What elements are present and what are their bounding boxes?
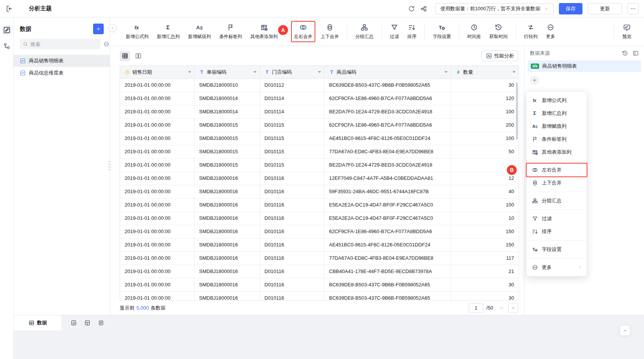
menu-item-merge-tb[interactable]: 上下合并 (527, 176, 587, 189)
pagination: /50 (469, 303, 518, 313)
datasource-header-icons (622, 50, 639, 56)
cell: 150 (451, 238, 519, 251)
cell: D010116 (260, 252, 324, 265)
sidebar-table-label: 商品销售明细表 (29, 57, 63, 64)
grid-view-toggle[interactable] (120, 51, 130, 61)
menu-item-assign[interactable]: A新增赋值列 (527, 120, 587, 133)
field-type-text-icon: T (329, 70, 334, 75)
search-input[interactable] (30, 41, 97, 47)
cell: 200 (451, 119, 519, 132)
page-up-icon[interactable] (498, 305, 505, 311)
toolbar-item-label: 上下合并 (321, 33, 339, 40)
menu-item-label: 其他表添加列 (542, 149, 571, 156)
column-header-5[interactable]: #数量 (451, 66, 519, 78)
toolbar-item-label: 其他表添加列 (250, 33, 278, 40)
assign-icon: A (196, 23, 203, 32)
toolbar-item-transpose[interactable]: 行转列 (521, 21, 541, 42)
toolbar-item-group[interactable]: 分组汇总 (352, 21, 377, 42)
sidebar-table-item[interactable]: 商品信息维度表 (14, 67, 110, 79)
toolbar-item-filter[interactable]: 过滤 (387, 21, 402, 42)
column-header-2[interactable]: T单据编码 (195, 66, 260, 78)
tag-icon (227, 23, 234, 32)
cell: D010112 (260, 79, 324, 92)
collapse-sidebar-button[interactable] (109, 24, 116, 32)
toolbar-item-field[interactable]: T字段设置 (430, 21, 454, 42)
menu-item-table-add[interactable]: 其他表添加列 (527, 146, 587, 159)
plus-icon (532, 78, 537, 83)
toolbar-item-table-add[interactable]: 其他表添加列 (247, 21, 281, 42)
edit-rail-icon[interactable] (2, 25, 12, 35)
toolbar-item-sort[interactable]: 排序 (404, 21, 419, 42)
sidebar-table-item[interactable]: 商品销售明细表 (14, 55, 110, 67)
table-row: 2019-01-01 00:00:00SMDBJ18000016D010116B… (120, 278, 519, 292)
expand-bottom-panel-button[interactable] (620, 325, 630, 336)
performance-analysis-button[interactable]: 性能分析 (482, 51, 518, 61)
update-button[interactable]: 更新 (588, 3, 622, 14)
datasource-item[interactable]: xls 商品销售明细表 (528, 60, 641, 72)
menu-item-merge-lr[interactable]: 左右合并B (527, 164, 587, 176)
panel-layout-icon[interactable] (633, 50, 639, 56)
flow-nodes-icon (3, 42, 11, 50)
toolbar-item-more[interactable]: 更多 (543, 21, 558, 42)
toolbar-item-assign[interactable]: A新增赋值列 (185, 21, 214, 42)
flow-rail-icon[interactable] (2, 41, 12, 51)
toolbar-item-label: 获取时间 (489, 33, 508, 40)
toolbar-item-sigma[interactable]: Σ新增汇总列 (154, 21, 183, 42)
page-input[interactable] (469, 303, 483, 313)
add-step-button[interactable] (530, 76, 539, 85)
performance-label: 性能分析 (494, 52, 514, 59)
toolbar-item-preview[interactable]: 预览 (619, 21, 635, 42)
add-chart-button[interactable] (69, 318, 79, 328)
menu-item-more[interactable]: 更多 (527, 261, 587, 274)
plus-icon (96, 26, 101, 32)
add-component-button[interactable] (82, 318, 92, 328)
toolbar-item-fx[interactable]: fx新增公式列 (123, 21, 152, 42)
cell: SMDBJ18000016 (195, 212, 260, 225)
toolbar-separator (459, 25, 459, 38)
column-header-3[interactable]: T门店编码 (260, 66, 324, 78)
toolbar-item-merge-tb[interactable]: 上下合并 (318, 21, 342, 42)
column-header-4[interactable]: T商品编码 (324, 66, 451, 78)
toolbar-item-clock[interactable]: 时间差 (464, 21, 484, 42)
cell: SMDBJ18000016 (195, 265, 260, 278)
menu-item-fx[interactable]: fx新增公式列 (527, 94, 587, 107)
data-limit-dropdown[interactable]: 使用数据量：前1000万行，暂不支持全量数据 (435, 3, 554, 14)
toolbar-item-get-time[interactable]: 获取时间 (486, 21, 511, 42)
search-options-icon[interactable] (103, 41, 109, 47)
data-limit-label: 使用数据量：前1000万行，暂不支持全量数据 (440, 5, 540, 12)
column-name: 商品编码 (337, 69, 356, 76)
exit-icon[interactable] (5, 5, 13, 13)
xls-badge: xls (531, 64, 539, 69)
cell: D010115 (260, 119, 324, 132)
tab-data[interactable]: 数据 (14, 315, 62, 330)
lineage-icon[interactable] (420, 5, 427, 12)
menu-item-filter[interactable]: 过滤 (527, 212, 587, 225)
cell: D010115 (260, 145, 324, 158)
cell: SMDBJ18000015 (195, 145, 260, 158)
save-button[interactable]: 保存 (559, 3, 582, 14)
card-view-toggle[interactable] (133, 51, 143, 61)
menu-item-group[interactable]: 分组汇总 (527, 194, 587, 207)
refresh-icon[interactable] (408, 5, 415, 12)
column-header-1[interactable]: 销售日期 (120, 66, 195, 78)
page-down-button[interactable] (508, 303, 518, 313)
more-actions-button[interactable] (627, 3, 639, 14)
table-list: 商品销售明细表商品信息维度表 (14, 55, 110, 79)
menu-item-field[interactable]: T字段设置 (527, 243, 587, 256)
table-row: 2019-01-01 00:00:00SMDBJ18000015D010115B… (120, 159, 519, 172)
cell: 2019-01-01 00:00:00 (120, 172, 195, 185)
toolbar-item-merge-lr[interactable]: 左右合并A (291, 21, 315, 42)
menu-item-tag[interactable]: 条件标签列 (527, 133, 587, 146)
add-report-button[interactable] (96, 318, 106, 328)
menu-item-label: 新增公式列 (542, 97, 566, 104)
cell: 40 (451, 185, 519, 198)
menu-item-sigma[interactable]: Σ新增汇总列 (527, 107, 587, 120)
table-add-icon (260, 23, 268, 32)
add-table-button[interactable] (93, 24, 104, 34)
menu-item-sort[interactable]: 排序 (527, 225, 587, 238)
history-icon[interactable] (622, 50, 628, 56)
toolbar-item-tag[interactable]: 条件标签列 (216, 21, 245, 42)
sidebar-search-row (20, 39, 105, 49)
sidebar-drag-handle[interactable] (108, 160, 111, 173)
vertical-scrollbar[interactable] (516, 83, 518, 140)
